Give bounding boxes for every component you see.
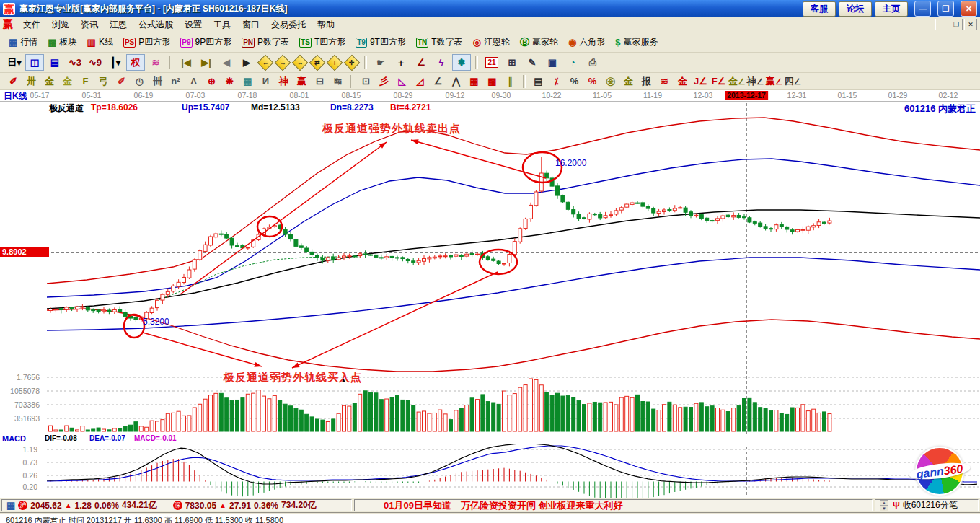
wave-band-tool[interactable]: ≋ <box>656 74 673 88</box>
title-link-2[interactable]: 主页 <box>875 1 908 17</box>
first-bar-button[interactable]: |◀ <box>177 54 195 71</box>
title-link-0[interactable]: 客服 <box>803 1 836 17</box>
gold-circle-tool[interactable]: ㊎ <box>602 74 619 88</box>
zoom-out-diamond-button[interactable]: ← <box>257 54 274 71</box>
gann-box2-tool[interactable]: 金 <box>59 74 76 88</box>
circle-cross-tool[interactable]: ⊕ <box>203 74 220 88</box>
f-grid-tool[interactable]: F <box>77 74 94 88</box>
zoom-in-diamond-button[interactable]: → <box>275 54 291 71</box>
minimize-button[interactable]: — <box>914 1 931 17</box>
menu-item-浏览[interactable]: 浏览 <box>46 17 75 32</box>
calculator-button[interactable]: ⊞ <box>503 54 521 71</box>
percent-slash-tool[interactable]: ⁒ <box>548 74 565 88</box>
menu-item-帮助[interactable]: 帮助 <box>312 17 340 32</box>
zigzag-tool[interactable]: ⋀ <box>448 74 464 88</box>
expand-horizontal-diamond-button[interactable]: ↔ <box>292 54 309 71</box>
spiral-tool[interactable]: 弓 <box>95 74 112 88</box>
percent-line-tool[interactable]: % <box>584 74 601 88</box>
red-marker-tool[interactable]: ✐ <box>113 74 130 88</box>
next-bar-button[interactable]: ▶ <box>237 54 256 71</box>
ying-grid-tool[interactable]: 赢 <box>293 74 310 88</box>
fan-lines-tool[interactable]: 彡 <box>376 74 392 88</box>
memo-button[interactable]: ✎ <box>523 54 542 71</box>
prev-bar-button[interactable]: ◀ <box>217 54 236 71</box>
child-minimize-button[interactable]: ─ <box>935 19 948 30</box>
compress-horizontal-diamond-button[interactable]: ⇄ <box>309 54 326 71</box>
p-square-button[interactable]: PSP四方形 <box>119 35 175 50</box>
t-square-button[interactable]: TST四方形 <box>295 35 350 50</box>
red-grid2-tool[interactable]: ▩ <box>484 74 500 88</box>
kline-button[interactable]: ▥K线 <box>83 35 118 50</box>
save-button[interactable]: ▣ <box>543 54 562 71</box>
news-ticker[interactable]: 01月09日早知道 万亿险资投资开闸 创业板迎来重大利好 <box>384 499 623 511</box>
price-grid-tool[interactable]: ⊟ <box>312 74 328 88</box>
last-bar-button[interactable]: ▶| <box>197 54 216 71</box>
polyline-tool-button[interactable]: ϟ <box>432 54 451 71</box>
gann-box-tool[interactable]: 金 <box>41 74 58 88</box>
news-ticker-panel[interactable]: 01月09日早知道 万亿险资投资开闸 创业板迎来重大利好 <box>354 499 873 511</box>
menu-item-设置[interactable]: 设置 <box>179 17 208 32</box>
hexagon-button[interactable]: ◉六角形 <box>564 35 609 50</box>
region-tool-button[interactable]: ❃ <box>452 54 471 71</box>
full-view-diamond-button[interactable]: ✛ <box>344 54 361 71</box>
andrews-fork-tool[interactable]: Ʌ <box>185 74 202 88</box>
p-number-button[interactable]: PNP数字表 <box>237 35 293 50</box>
sectors-button[interactable]: ▩板块 <box>43 35 81 50</box>
menu-item-资讯[interactable]: 资讯 <box>75 17 104 32</box>
title-link-1[interactable]: 论坛 <box>839 1 872 17</box>
span-measure-tool[interactable]: ↹ <box>330 74 346 88</box>
angle-lines-tool[interactable]: ∠ <box>430 74 446 88</box>
stats-column-tool[interactable]: ▤ <box>530 74 547 88</box>
restoration-button[interactable]: 权 <box>126 54 145 71</box>
web-clock-button[interactable]: ◔ <box>563 54 582 71</box>
menu-item-工具[interactable]: 工具 <box>208 17 237 32</box>
menu-item-窗口[interactable]: 窗口 <box>237 17 265 32</box>
percent-tool[interactable]: % <box>566 74 583 88</box>
period-label[interactable]: 日K线 <box>4 90 27 102</box>
wave-3-button[interactable]: ∿3 <box>66 54 84 71</box>
p9-square-button[interactable]: P99P四方形 <box>176 35 236 50</box>
red-grid-tool[interactable]: ▦ <box>466 74 482 88</box>
index-panel[interactable]: ▦ 沪 2045.62 ▲ 1.28 0.06% 434.21亿 深 7830.… <box>1 499 352 511</box>
winner-wheel-button[interactable]: Ⓑ赢家轮 <box>516 35 562 50</box>
drag-hand-button[interactable]: ☛ <box>371 54 390 71</box>
grid-ruler-tool[interactable]: 卅 <box>23 74 40 88</box>
volume-profile-button[interactable]: ≋ <box>146 54 165 71</box>
elliott-wave-tool[interactable]: И <box>257 74 274 88</box>
fan-box2-tool[interactable]: ◿ <box>412 74 428 88</box>
calendar-button[interactable]: 21 <box>482 54 501 71</box>
j-angle-tool[interactable]: J∠ <box>692 74 709 88</box>
time-cycle-tool[interactable]: ◷ <box>131 74 148 88</box>
close-button[interactable]: ✕ <box>961 1 977 17</box>
menu-item-公式选股[interactable]: 公式选股 <box>133 17 179 32</box>
gann-square-tool[interactable]: ⊡ <box>358 74 374 88</box>
gold-angle-tool[interactable]: 金∠ <box>728 74 746 88</box>
fan-box-tool[interactable]: ◺ <box>394 74 410 88</box>
child-close-button[interactable]: ✕ <box>964 19 977 30</box>
gold-line-tool[interactable]: 金 <box>620 74 637 88</box>
macd-pane-label[interactable]: MACD <box>2 434 26 443</box>
info-panel-button[interactable]: ▤ <box>45 54 64 71</box>
print-button[interactable]: ⎙ <box>583 54 602 71</box>
period-day-dropdown[interactable]: 日▾ <box>5 54 24 71</box>
shen-grid-tool[interactable]: 神 <box>275 74 292 88</box>
t-number-button[interactable]: TNT数字表 <box>412 35 467 50</box>
f-angle-tool[interactable]: F∠ <box>710 74 727 88</box>
cross-diamond-button[interactable]: ＋ <box>327 54 343 71</box>
ying-angle-tool[interactable]: 赢∠ <box>766 74 783 88</box>
parallel-lines-tool[interactable]: ∥ <box>502 74 518 88</box>
si-angle-tool[interactable]: 四∠ <box>784 74 801 88</box>
quotes-button[interactable]: ▦行情 <box>4 35 42 50</box>
feed-label[interactable]: 收601216分笔 <box>903 499 958 511</box>
chart-layout-button[interactable]: ◫ <box>25 54 44 71</box>
candle-style-dropdown[interactable]: ┃▾ <box>106 54 125 71</box>
angle-measure-button[interactable]: ∠ <box>412 54 431 71</box>
gold-red-tool[interactable]: 金 <box>674 74 691 88</box>
gann-wheel-button[interactable]: ◎江恩轮 <box>469 35 514 50</box>
restore-button[interactable]: ❐ <box>937 1 954 17</box>
menu-item-交易委托[interactable]: 交易委托 <box>265 17 312 32</box>
winner-service-button[interactable]: $赢家服务 <box>611 35 662 50</box>
brush-tool[interactable]: ✐ <box>5 74 22 88</box>
ruler2-tool[interactable]: 卌 <box>149 74 166 88</box>
starburst-tool[interactable]: ❋ <box>221 74 238 88</box>
